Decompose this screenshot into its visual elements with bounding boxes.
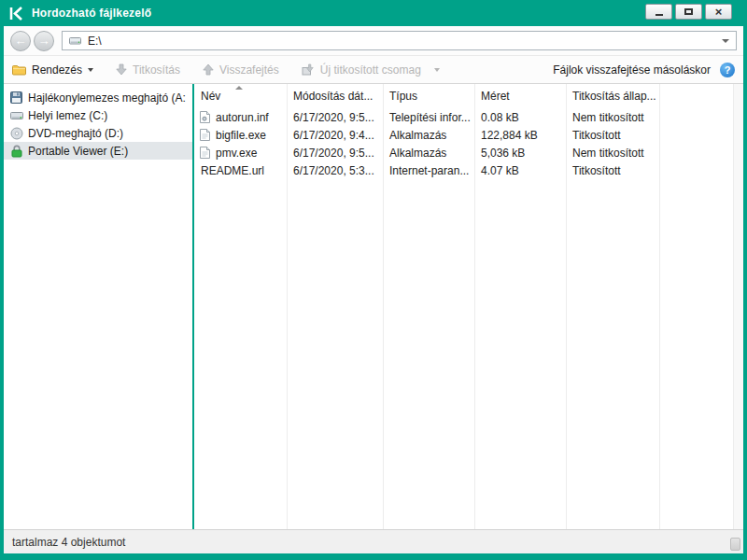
- window-title: Hordozható fájlkezelő: [32, 7, 151, 20]
- setup-information-file-icon: [200, 111, 211, 123]
- file-name-cell: autorun.inf: [194, 111, 287, 124]
- file-status: Nem titkosított: [566, 147, 659, 160]
- status-bar: tartalmaz 4 objektumot: [4, 529, 743, 553]
- encrypt-button[interactable]: Titkosítás: [116, 63, 180, 77]
- minimize-icon: [655, 14, 663, 16]
- column-header-name[interactable]: Név: [194, 90, 287, 103]
- file-modified: 6/17/2020, 9:4...: [287, 129, 383, 142]
- file-size: 122,884 kB: [474, 129, 566, 142]
- file-name: autorun.inf: [216, 111, 269, 124]
- column-header-type[interactable]: Típus: [383, 90, 474, 103]
- file-name-cell: bigfile.exe: [194, 129, 287, 142]
- file-status: Titkosított: [566, 164, 659, 177]
- back-button[interactable]: ←: [10, 31, 31, 51]
- address-text: E:\: [88, 35, 102, 48]
- column-header-status[interactable]: Titkosítás állap...: [566, 90, 659, 103]
- titlebar: Hordozható fájlkezelő ×: [0, 0, 747, 26]
- file-row[interactable]: bigfile.exe 6/17/2020, 9:4... Alkalmazás…: [194, 126, 743, 144]
- back-arrow-icon: ←: [15, 34, 27, 48]
- main-content: Hajlékonylemezes meghajtó (A: Helyi leme…: [4, 84, 743, 529]
- file-size: 0.08 kB: [474, 111, 566, 124]
- file-size: 5,036 kB: [474, 147, 566, 160]
- forward-button[interactable]: →: [34, 31, 54, 51]
- new-encrypted-package-label: Új titkosított csomag: [320, 63, 421, 77]
- file-row[interactable]: pmv.exe 6/17/2020, 9:5... Alkalmazás 5,0…: [194, 144, 743, 161]
- maximize-icon: [684, 8, 693, 15]
- list-header: Név Módosítás dát... Típus Méret Titkosí…: [194, 84, 743, 108]
- window-controls: ×: [645, 4, 732, 20]
- file-modified: 6/17/2020, 9:5...: [287, 111, 383, 124]
- organize-label: Rendezés: [32, 63, 82, 77]
- maximize-button[interactable]: [675, 4, 702, 20]
- toolbar: Rendezés Titkosítás Visszafejtés: [4, 56, 743, 84]
- hard-disk-icon: [9, 110, 23, 121]
- resize-grip[interactable]: [730, 538, 740, 551]
- column-separator: [566, 84, 567, 529]
- dvd-drive-icon: [9, 127, 23, 140]
- file-type: Internet-paran...: [383, 164, 474, 177]
- encrypted-drive-lock-icon: [9, 145, 23, 158]
- app-window: Hordozható fájlkezelő × ← →: [0, 0, 747, 560]
- drive-tree: Hajlékonylemezes meghajtó (A: Helyi leme…: [4, 84, 192, 529]
- organize-dropdown-icon: [88, 68, 93, 72]
- decrypt-arrow-icon: [203, 63, 214, 76]
- vertical-scrollbar[interactable]: [733, 84, 743, 529]
- close-button[interactable]: ×: [705, 4, 732, 20]
- minimize-button[interactable]: [645, 4, 672, 20]
- status-text: tartalmaz 4 objektumot: [12, 536, 125, 549]
- application-file-icon: [200, 147, 211, 159]
- organize-button[interactable]: Rendezés: [12, 63, 93, 77]
- file-type: Alkalmazás: [383, 129, 474, 142]
- file-size: 4.07 kB: [474, 164, 566, 177]
- column-separator: [474, 84, 475, 529]
- file-type: Alkalmazás: [383, 147, 474, 160]
- navigation-bar: ← → E:\: [4, 26, 743, 56]
- tree-item-local-c[interactable]: Helyi lemez (C:): [4, 106, 192, 124]
- tree-item-floppy-a[interactable]: Hajlékonylemezes meghajtó (A:: [4, 89, 192, 106]
- new-encrypted-package-button[interactable]: Új titkosított csomag: [302, 63, 440, 77]
- help-icon: ?: [725, 64, 731, 76]
- tree-item-portable-e[interactable]: Portable Viewer (E:): [4, 142, 192, 160]
- address-dropdown-icon[interactable]: [722, 39, 729, 43]
- help-button[interactable]: ?: [720, 63, 735, 77]
- close-icon: ×: [715, 7, 723, 17]
- column-separator: [383, 84, 384, 529]
- column-separator: [659, 84, 660, 529]
- file-row[interactable]: README.url 6/17/2020, 5:3... Internet-pa…: [194, 161, 743, 179]
- encrypted-package-icon: [302, 63, 315, 76]
- new-package-dropdown-icon: [434, 68, 440, 72]
- file-name-cell: pmv.exe: [194, 147, 287, 160]
- window-body: ← → E:\: [4, 26, 743, 553]
- column-separator: [287, 84, 288, 529]
- tree-item-label: Helyi lemez (C:): [28, 109, 107, 122]
- tree-item-label: DVD-meghajtó (D:): [28, 127, 123, 140]
- column-header-size[interactable]: Méret: [474, 90, 566, 103]
- file-name: pmv.exe: [216, 147, 257, 160]
- sort-ascending-icon: [235, 86, 243, 90]
- forward-arrow-icon: →: [38, 34, 50, 48]
- tree-item-label: Hajlékonylemezes meghajtó (A:: [28, 91, 186, 105]
- tree-item-label: Portable Viewer (E:): [28, 145, 128, 158]
- file-modified: 6/17/2020, 5:3...: [287, 164, 383, 177]
- drive-icon: [69, 35, 81, 46]
- file-status: Nem titkosított: [566, 111, 659, 124]
- file-name: bigfile.exe: [216, 129, 266, 142]
- application-file-icon: [200, 129, 211, 141]
- encrypt-label: Titkosítás: [133, 63, 180, 77]
- file-type: Telepítési infor...: [383, 111, 474, 124]
- decrypt-button[interactable]: Visszafejtés: [203, 63, 279, 77]
- file-name: README.url: [201, 164, 264, 177]
- file-status: Titkosított: [566, 129, 659, 142]
- file-list: Név Módosítás dát... Típus Méret Titkosí…: [194, 84, 743, 529]
- tree-item-dvd-d[interactable]: DVD-meghajtó (D:): [4, 124, 192, 142]
- folder-icon: [12, 64, 26, 76]
- address-bar[interactable]: E:\: [62, 31, 737, 50]
- floppy-drive-icon: [9, 91, 23, 104]
- kaspersky-logo-icon: [8, 6, 24, 21]
- encrypt-arrow-icon: [116, 63, 127, 76]
- file-modified: 6/17/2020, 9:5...: [287, 147, 383, 160]
- column-header-modified[interactable]: Módosítás dát...: [287, 90, 383, 103]
- decrypt-on-copy-label[interactable]: Fájlok visszafejtése másoláskor: [553, 63, 711, 77]
- file-name-cell: README.url: [194, 164, 287, 177]
- file-row[interactable]: autorun.inf 6/17/2020, 9:5... Telepítési…: [194, 108, 743, 126]
